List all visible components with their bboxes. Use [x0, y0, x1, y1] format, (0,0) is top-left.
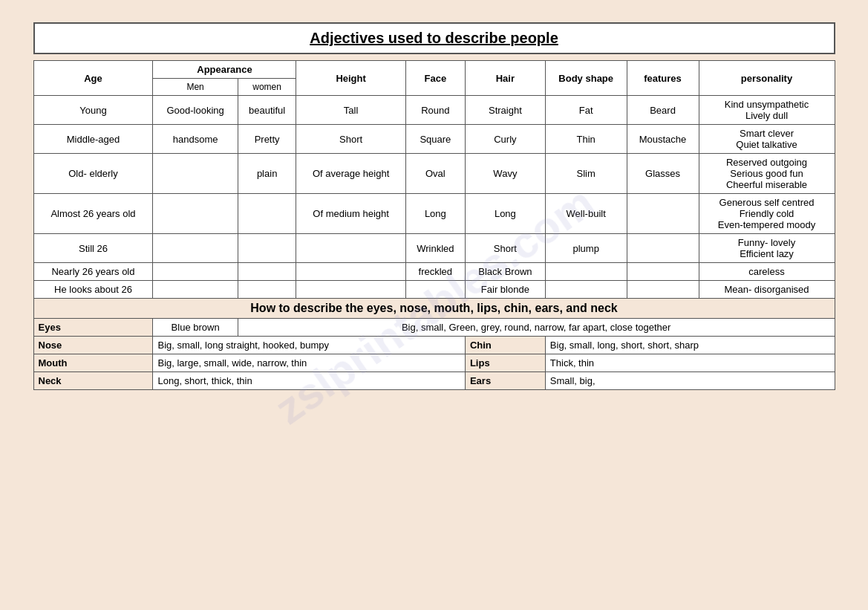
table-cell: plump [545, 234, 627, 263]
bottom-value-right: Thick, thin [545, 354, 835, 372]
table-cell: Moustache [627, 125, 699, 154]
bottom-value: Blue brown [153, 319, 238, 337]
body-shape-header: Body shape [545, 61, 627, 96]
table-cell: Of average height [296, 154, 405, 194]
table-cell: Short [465, 234, 545, 263]
table-cell: Long [405, 194, 465, 234]
table-row: He looks about 26Fair blondeMean- disorg… [33, 281, 835, 299]
table-cell: Young [33, 96, 153, 125]
table-cell: Tall [296, 96, 405, 125]
table-cell [296, 234, 405, 263]
table-cell [296, 281, 405, 299]
section2-title: How to describe the eyes, nose, mouth, l… [33, 299, 835, 319]
table-cell: Curly [465, 125, 545, 154]
table-cell: Of medium height [296, 194, 405, 234]
table-cell [296, 263, 405, 281]
table-row: YoungGood-lookingbeautifulTallRoundStrai… [33, 96, 835, 125]
table-cell [627, 234, 699, 263]
table-cell [153, 194, 238, 234]
bottom-value-wide: Big, small, Green, grey, round, narrow, … [238, 319, 835, 337]
table-cell: Nearly 26 years old [33, 263, 153, 281]
table-cell [627, 194, 699, 234]
table-cell: handsome [153, 125, 238, 154]
main-table-body: YoungGood-lookingbeautifulTallRoundStrai… [33, 96, 835, 299]
table-cell [545, 263, 627, 281]
table-cell: Almost 26 years old [33, 194, 153, 234]
table-cell [405, 281, 465, 299]
table-cell: Short [296, 125, 405, 154]
table-cell [238, 281, 296, 299]
table-cell [153, 263, 238, 281]
table-cell: Wavy [465, 154, 545, 194]
section2-header-row: How to describe the eyes, nose, mouth, l… [33, 299, 835, 319]
hair-header: Hair [465, 61, 545, 96]
table-cell [238, 263, 296, 281]
table-cell [627, 263, 699, 281]
table-cell: Funny- lovely Efficient lazy [699, 234, 835, 263]
table-row: Nearly 26 years oldfreckledBlack Brownca… [33, 263, 835, 281]
bottom-value-left: Long, short, thick, thin [153, 372, 465, 390]
table-cell: Kind unsympathetic Lively dull [699, 96, 835, 125]
table-row: Middle-agedhandsomePrettyShortSquareCurl… [33, 125, 835, 154]
bottom-row: NeckLong, short, thick, thinEarsSmall, b… [33, 372, 835, 390]
bottom-row: EyesBlue brownBig, small, Green, grey, r… [33, 319, 835, 337]
height-header: Height [296, 61, 405, 96]
table-cell: Fair blonde [465, 281, 545, 299]
table-cell [238, 234, 296, 263]
table-cell: careless [699, 263, 835, 281]
table-cell: Oval [405, 154, 465, 194]
table-cell [153, 234, 238, 263]
bottom-label: Neck [33, 372, 153, 390]
bottom-label: Mouth [33, 354, 153, 372]
table-cell: Old- elderly [33, 154, 153, 194]
table-cell: Round [405, 96, 465, 125]
table-cell: Square [405, 125, 465, 154]
table-cell: plain [238, 154, 296, 194]
table-cell: Well-built [545, 194, 627, 234]
bottom-label2: Lips [465, 354, 545, 372]
page-title: Adjectives used to describe people [33, 22, 835, 54]
table-cell: Straight [465, 96, 545, 125]
men-header: Men [153, 79, 238, 96]
table-cell [627, 281, 699, 299]
bottom-label2: Chin [465, 337, 545, 354]
bottom-row: MouthBig, large, small, wide, narrow, th… [33, 354, 835, 372]
appearance-header: Appearance [153, 61, 296, 79]
table-cell: Beard [627, 96, 699, 125]
bottom-value-left: Big, small, long straight, hooked, bumpy [153, 337, 465, 354]
table-cell: Wrinkled [405, 234, 465, 263]
table-cell: Still 26 [33, 234, 153, 263]
bottom-label: Eyes [33, 319, 153, 337]
table-cell: Generous self centred Friendly cold Even… [699, 194, 835, 234]
main-table: Age Appearance Height Face Hair Body sha… [33, 60, 835, 390]
features-header: features [627, 61, 699, 96]
table-cell: Long [465, 194, 545, 234]
table-cell: beautiful [238, 96, 296, 125]
table-cell: Slim [545, 154, 627, 194]
bottom-value-right: Big, small, long, short, short, sharp [545, 337, 835, 354]
bottom-value-right: Small, big, [545, 372, 835, 390]
table-cell: He looks about 26 [33, 281, 153, 299]
table-cell: Reserved outgoing Serious good fun Cheer… [699, 154, 835, 194]
page-wrapper: Adjectives used to describe people Age A… [33, 22, 835, 390]
face-header: Face [405, 61, 465, 96]
table-cell [545, 281, 627, 299]
table-cell: Smart clever Quiet talkative [699, 125, 835, 154]
bottom-row: NoseBig, small, long straight, hooked, b… [33, 337, 835, 354]
age-header: Age [33, 61, 153, 96]
table-cell [153, 154, 238, 194]
table-cell: Middle-aged [33, 125, 153, 154]
table-cell: Glasses [627, 154, 699, 194]
header-row-1: Age Appearance Height Face Hair Body sha… [33, 61, 835, 79]
personality-header: personality [699, 61, 835, 96]
bottom-label: Nose [33, 337, 153, 354]
table-cell: Pretty [238, 125, 296, 154]
table-cell: Mean- disorganised [699, 281, 835, 299]
bottom-label2: Ears [465, 372, 545, 390]
table-row: Old- elderlyplainOf average heightOvalWa… [33, 154, 835, 194]
table-cell: Thin [545, 125, 627, 154]
table-cell: freckled [405, 263, 465, 281]
women-header: women [238, 79, 296, 96]
table-cell: Black Brown [465, 263, 545, 281]
table-cell [153, 281, 238, 299]
